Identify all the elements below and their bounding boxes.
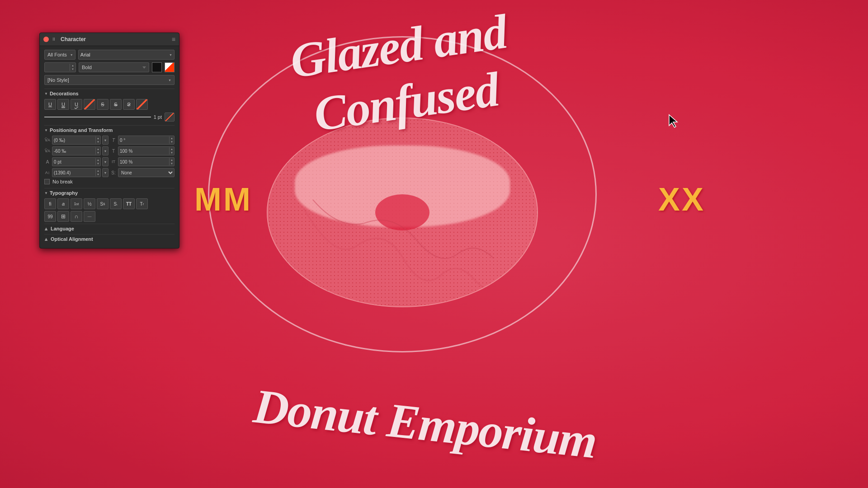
- wave-strikethrough-button[interactable]: S: [123, 99, 135, 110]
- size-down-arrow[interactable]: ▼: [71, 67, 74, 71]
- leading-input[interactable]: ▲ ▼: [52, 168, 101, 177]
- baseline-dropdown[interactable]: ▼: [102, 157, 108, 166]
- underline-slash[interactable]: [165, 113, 175, 122]
- skew-field: S: None All: [110, 168, 175, 177]
- l-up[interactable]: ▲: [97, 169, 99, 173]
- bs-down[interactable]: ▼: [97, 162, 99, 165]
- skew-input[interactable]: None All: [118, 168, 175, 177]
- subscript-button[interactable]: S.: [110, 198, 122, 209]
- character-panel: ⏸ Character ≡ All Fonts Arial 1346.3 pt …: [39, 33, 179, 249]
- no-break-label: No break: [52, 179, 73, 184]
- alternate-a-button[interactable]: a: [57, 198, 69, 209]
- double-strikethrough-button[interactable]: S: [110, 99, 122, 110]
- leading-stepper[interactable]: ▲ ▼: [95, 169, 100, 176]
- bs-up[interactable]: ▲: [97, 158, 99, 162]
- positioning-section-header[interactable]: ▼ Positioning and Transform: [44, 127, 175, 133]
- font-category-select[interactable]: All Fonts: [44, 50, 75, 60]
- titling-button[interactable]: TT: [123, 198, 135, 209]
- tracking-field: V̈A ▲ ▼ ▼: [44, 146, 108, 155]
- vscale-stepper[interactable]: ▲ ▼: [169, 158, 174, 165]
- rotation-input[interactable]: ▲ ▼: [118, 136, 175, 145]
- decorations-section-header[interactable]: ▼ Decorations: [44, 91, 175, 96]
- font-style-select[interactable]: Bold: [79, 62, 149, 72]
- underline-button[interactable]: U: [44, 99, 56, 110]
- no-style-select[interactable]: [No Style]: [44, 75, 175, 85]
- fraction-button[interactable]: ½: [84, 198, 95, 209]
- ligature-fi-button[interactable]: fi: [44, 198, 56, 209]
- fill-color-swatch[interactable]: [152, 62, 162, 72]
- leading-dropdown[interactable]: ▼: [102, 168, 108, 177]
- optical-section-header[interactable]: ▶ Optical Alignment: [44, 236, 175, 242]
- vs-up[interactable]: ▲: [170, 158, 173, 162]
- t-down[interactable]: ▼: [97, 151, 99, 155]
- vscale-input[interactable]: ▲ ▼: [118, 157, 175, 166]
- swash-button[interactable]: Tr: [136, 198, 148, 209]
- donut-body: [267, 117, 538, 307]
- grid-button[interactable]: ⊞: [57, 211, 69, 222]
- tracking-dropdown[interactable]: ▼: [102, 146, 108, 155]
- no-break-checkbox[interactable]: [44, 179, 50, 184]
- panel-menu-button[interactable]: ≡: [172, 36, 175, 43]
- quote-button[interactable]: 99: [44, 211, 56, 222]
- divider-5: [44, 234, 175, 235]
- font-size-field[interactable]: 1346.3 pt: [45, 65, 70, 70]
- kerning-dropdown[interactable]: ▼: [102, 136, 108, 145]
- stroke-color-swatch[interactable]: [165, 62, 175, 72]
- tracking-input[interactable]: ▲ ▼: [52, 146, 101, 155]
- r-up[interactable]: ▲: [170, 136, 173, 140]
- tracking-stepper[interactable]: ▲ ▼: [95, 147, 100, 155]
- r-down[interactable]: ▼: [170, 140, 173, 144]
- size-up-arrow[interactable]: ▲: [71, 64, 74, 67]
- typography-section-header[interactable]: ▼ Typography: [44, 190, 175, 196]
- font-size-input[interactable]: 1346.3 pt ▲ ▼: [44, 62, 76, 72]
- superscript-button[interactable]: Ss: [97, 198, 108, 209]
- l-down[interactable]: ▼: [97, 173, 99, 176]
- kerning-value[interactable]: [52, 138, 95, 143]
- skew-icon: S:: [110, 170, 117, 175]
- panel-pause-button[interactable]: ⏸: [52, 37, 57, 42]
- panel-close-button[interactable]: [43, 37, 49, 42]
- decorations-buttons-row: U U U S S S: [44, 99, 175, 110]
- positioning-arrow: ▼: [44, 128, 48, 132]
- vs-down[interactable]: ▼: [170, 162, 173, 165]
- more-button[interactable]: ···: [84, 211, 95, 222]
- rotation-stepper[interactable]: ▲ ▼: [169, 136, 174, 144]
- vscale-value[interactable]: [118, 160, 169, 164]
- hs-up[interactable]: ▲: [170, 147, 173, 151]
- hscale-input[interactable]: ▲ ▼: [118, 146, 175, 155]
- k-up[interactable]: ▲: [97, 136, 99, 140]
- divider-1: [44, 89, 175, 89]
- hscale-stepper[interactable]: ▲ ▼: [169, 147, 174, 155]
- slash-decoration-1[interactable]: [84, 99, 95, 110]
- arc-button[interactable]: ∩: [71, 211, 82, 222]
- typography-label: Typography: [50, 190, 78, 196]
- font-size-stepper[interactable]: ▲ ▼: [70, 64, 75, 71]
- strikethrough-button[interactable]: S: [97, 99, 108, 110]
- size-row: 1346.3 pt ▲ ▼ Bold: [44, 62, 175, 72]
- rotation-value[interactable]: [118, 138, 169, 143]
- baseline-input[interactable]: ▲ ▼: [52, 157, 101, 166]
- language-section-header[interactable]: ▶ Language: [44, 226, 175, 231]
- hscale-value[interactable]: [118, 149, 169, 154]
- skew-select[interactable]: None All: [118, 170, 174, 176]
- left-badge: MM: [194, 181, 252, 218]
- divider-3: [44, 188, 175, 188]
- slash-decoration-2[interactable]: [136, 99, 148, 110]
- leading-value[interactable]: [52, 170, 95, 175]
- ordinal-button[interactable]: 1st: [71, 198, 82, 209]
- underline-width-value: 1 pt: [154, 114, 162, 120]
- rotation-field: T ▲ ▼: [110, 136, 175, 145]
- kerning-input[interactable]: ▲ ▼: [52, 136, 101, 145]
- font-family-select[interactable]: Arial: [78, 50, 175, 60]
- divider-4: [44, 224, 175, 224]
- baseline-value[interactable]: [52, 160, 95, 164]
- wavy-underline-button[interactable]: U: [71, 99, 82, 110]
- k-down[interactable]: ▼: [97, 140, 99, 144]
- kerning-stepper[interactable]: ▲ ▼: [95, 136, 100, 144]
- hs-down[interactable]: ▼: [170, 151, 173, 155]
- t-up[interactable]: ▲: [97, 147, 99, 151]
- tracking-value[interactable]: [52, 149, 95, 154]
- double-underline-button[interactable]: U: [57, 99, 69, 110]
- right-badge: XX: [658, 181, 705, 218]
- baseline-stepper[interactable]: ▲ ▼: [95, 158, 100, 165]
